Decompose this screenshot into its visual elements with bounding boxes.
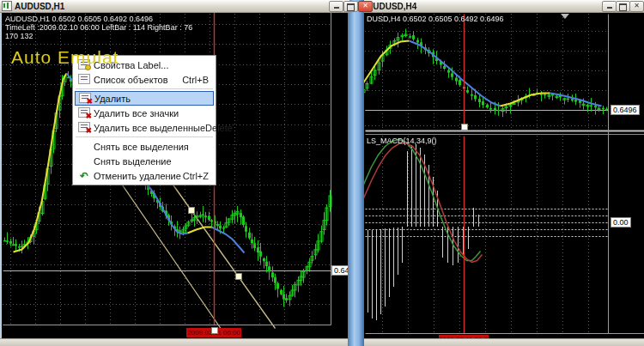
menu-item-8[interactable]: Снять выделение [75,154,214,168]
menu-separator [76,88,213,89]
trendline-handle-2[interactable] [235,273,242,280]
menu-item-7[interactable]: Снять все выделения [75,139,214,154]
macd-value-box: 0.00 [611,217,631,228]
window-bottom-border [0,338,644,346]
menu-item-label: Отменить удаление [94,171,183,181]
auto-emulator-label[interactable]: Auto Emulat [11,47,130,68]
delete-all-selected-icon: ✖ [75,122,94,134]
menu-item-label: Список объектов [94,75,182,85]
menu-item-shortcut: Ctrl+B [182,75,209,85]
chart-window-icon [2,1,12,11]
h1-quote-header: AUDUSD,H1 0.6502 0.6505 0.6492 0.6496 [5,15,153,23]
h1-counters-header: 170 132 [5,32,33,40]
menu-item-shortcut: Ctrl+Z [183,171,209,181]
h4-maximize-button[interactable] [616,1,630,12]
minimize-icon [607,7,612,9]
minimize-icon [334,7,339,9]
h4-window-title: AUDUSD,H4 [367,2,416,11]
menu-item-9[interactable]: ↶Отменить удалениеCtrl+Z [75,168,214,183]
menu-item-label: Снять выделение [94,156,214,167]
h4-current-price-box: 0.6496 [611,105,640,115]
menu-item-shortcut: Delete [205,123,233,133]
h4-close-button[interactable]: ✕ [629,1,644,12]
maximize-icon [347,3,355,11]
menu-item-label: Удалить все значки [94,108,214,118]
h1-window-titlebar[interactable]: AUDUSD,H1 [0,0,349,13]
h1-maximize-button[interactable] [343,1,358,12]
menu-item-4[interactable]: ✖Удалить все значки [75,106,214,120]
metatrader-workspace: { "window_left": { "title": "AUDUSD,H1",… [0,0,644,346]
menu-item-label: Снять все выделения [94,142,214,152]
macd-indicator-label: LS_MACD(14,34,9() [367,137,437,145]
h1-info-header: TimeLeft :2009.02.10 06:00 LeftBar : 114… [5,23,192,32]
objects-list-icon [75,74,94,86]
window-border-strip [348,0,364,346]
context-menu: Свойства Label...Список объектовCtrl+B✖У… [72,55,216,185]
menu-separator [76,137,213,137]
h4-vline-handle[interactable] [461,124,468,131]
trendline-handle-1[interactable] [188,207,195,214]
close-icon: ✕ [634,2,640,9]
menu-item-3[interactable]: ✖Удалить [75,91,214,106]
h1-vline-handle[interactable] [211,327,218,334]
menu-item-label: Удалить все выделенные [94,123,205,133]
undo-icon: ↶ [75,170,94,182]
menu-item-1[interactable]: Список объектовCtrl+B [75,72,214,87]
maximize-icon [619,3,627,11]
h4-quote-header: DUSD,H4 0.6502 0.6505 0.6492 0.6496 [367,15,504,23]
h4-minimize-button[interactable] [602,1,617,12]
menu-item-5[interactable]: ✖Удалить все выделенныеDelete [75,120,214,135]
menu-item-label: Удалить [94,94,213,104]
delete-object-icon: ✖ [76,93,94,105]
h1-minimize-button[interactable] [329,1,343,12]
delete-all-arrows-icon: ✖ [75,107,94,119]
h1-window-title: AUDUSD,H1 [15,2,64,11]
arrow-down-object[interactable] [561,14,569,19]
close-icon: ✕ [362,2,368,9]
h1-close-button[interactable]: ✕ [358,1,373,12]
